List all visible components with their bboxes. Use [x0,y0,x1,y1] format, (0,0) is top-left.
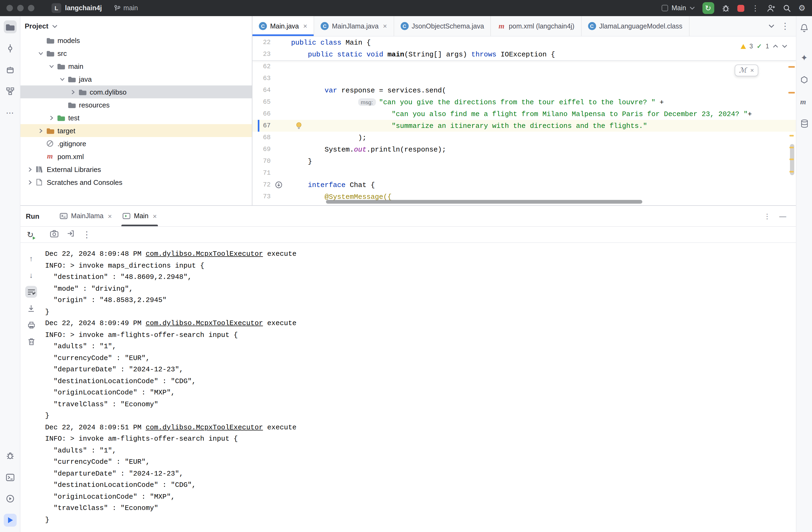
window-controls[interactable] [6,5,34,11]
project-panel-header[interactable]: Project [20,16,252,36]
tree-item-Scratches and Consoles[interactable]: Scratches and Consoles [20,176,252,188]
zoom-window-button[interactable] [28,5,34,11]
notifications-button[interactable] [798,22,811,34]
more-actions-button[interactable]: ⋮ [752,4,759,12]
tree-chevron[interactable] [26,167,34,172]
ai-assistant-toolwindow-button[interactable]: ✦ [798,51,811,64]
hide-toolwindow-icon[interactable]: — [779,212,786,220]
code-line-22[interactable]: 22public class Main { [252,37,796,48]
soft-wrap-toggle[interactable] [25,286,37,298]
up-stack-trace-button[interactable]: ↑ [25,253,37,264]
rerun-button[interactable]: ↻ [702,2,714,14]
intention-bulb-icon[interactable] [295,122,302,132]
tree-item-target[interactable]: target [20,124,252,137]
console-class-link[interactable]: com.dylibso.McpxToolExecutor [146,423,263,431]
tree-chevron[interactable] [37,128,45,133]
code-line-67[interactable]: 67"summarize an itinerary with the direc… [252,120,796,132]
terminal-toolwindow-button[interactable] [3,471,16,484]
git-branch-widget[interactable]: main [114,4,138,12]
services-toolwindow-button[interactable] [3,492,16,505]
clear-console-button[interactable] [25,336,37,348]
close-icon[interactable]: × [108,212,112,220]
editor-horizontal-scrollbar[interactable] [326,200,642,204]
thread-dump-button[interactable] [50,230,58,239]
next-problem-chevron-icon[interactable] [782,45,787,48]
debug-button[interactable] [722,4,729,12]
editor-tab-JlamaLanguageModel.class[interactable]: CJlamaLanguageModel.class [581,16,689,36]
run-configuration-selector[interactable]: Main [662,4,695,12]
console-class-link[interactable]: com.dylibso.McpxToolExecutor [146,319,263,327]
editor-tab-JsonObjectSchema.java[interactable]: CJsonObjectSchema.java [394,16,491,36]
close-window-button[interactable] [6,5,13,11]
stop-button[interactable] [737,4,744,12]
tree-item-test[interactable]: test [20,111,252,124]
tree-chevron[interactable] [69,89,77,94]
tree-chevron[interactable] [37,51,45,56]
project-toolwindow-button[interactable] [3,20,16,33]
inline-ai-widget[interactable]: ℳ × [735,65,758,76]
run-toolwindow-button[interactable] [3,514,16,527]
chevron-down-icon[interactable] [60,77,65,81]
rerun-console-button[interactable]: ↻ [27,230,33,239]
tree-item-src[interactable]: src [20,47,252,60]
chevron-down-icon[interactable] [49,64,54,68]
chevron-right-icon[interactable] [28,167,32,172]
scroll-to-end-button[interactable] [25,303,37,314]
run-tab-Main[interactable]: Main× [117,206,162,226]
prev-problem-chevron-icon[interactable] [773,45,778,48]
code-line-65[interactable]: 65msg:"can you give the directions from … [252,96,796,108]
tree-chevron[interactable] [47,64,56,69]
editor-tab-Main.java[interactable]: CMain.java× [252,16,314,36]
more-toolwindows-button[interactable]: ⋯ [3,107,16,119]
tree-item-main[interactable]: main [20,60,252,72]
code-line-71[interactable]: 71 [252,167,796,179]
code-line-63[interactable]: 63 [252,72,796,84]
code-line-23[interactable]: 23public static void main(String[] args)… [252,48,796,60]
database-toolwindow-button[interactable] [798,117,811,130]
run-options-kebab-icon[interactable]: ⋮ [764,212,771,220]
warning-stripe-mark[interactable] [789,171,794,172]
gradle-toolwindow-button[interactable] [798,73,811,86]
close-icon[interactable]: × [153,212,157,220]
warning-stripe-mark[interactable] [789,158,794,160]
tree-item-External Libraries[interactable]: External Libraries [20,163,252,176]
chevron-down-icon[interactable] [39,51,43,55]
console-more-kebab-icon[interactable]: ⋮ [83,229,91,240]
code-with-me-button[interactable] [767,4,775,12]
tree-item-resources[interactable]: resources [20,98,252,111]
warning-stripe-mark[interactable] [789,135,794,137]
tree-item-pom.xml[interactable]: mpom.xml [20,150,252,163]
console-output[interactable]: Dec 22, 2024 8:09:48 PM com.dylibso.Mcpx… [42,243,796,532]
close-icon[interactable]: × [750,67,754,74]
tree-item-java[interactable]: java [20,72,252,85]
settings-button[interactable]: ⚙ [798,3,806,13]
tree-item-.gitignore[interactable]: .gitignore [20,137,252,150]
tree-item-models[interactable]: models [20,34,252,47]
code-line-69[interactable]: 69System.out.println(response); [252,143,796,155]
minimize-window-button[interactable] [17,5,24,11]
hidden-tabs-chevron-icon[interactable] [768,24,774,28]
run-tab-MainJlama[interactable]: MainJlama× [55,206,117,226]
close-icon[interactable]: × [383,22,387,30]
chevron-right-icon[interactable] [71,89,75,94]
structure-toolwindow-button[interactable] [3,85,16,98]
project-name[interactable]: langchain4j [65,4,102,12]
tree-chevron[interactable] [47,115,56,120]
code-line-70[interactable]: 70} [252,155,796,167]
packages-toolwindow-button[interactable] [3,64,16,76]
code-line-68[interactable]: 68); [252,132,796,143]
chevron-right-icon[interactable] [49,115,54,120]
tab-options-kebab-icon[interactable]: ⋮ [781,21,789,31]
maven-toolwindow-button[interactable]: m [798,95,811,108]
commit-toolwindow-button[interactable] [3,42,16,55]
implementations-gutter-icon[interactable] [275,181,282,188]
close-icon[interactable]: × [303,22,307,30]
warning-stripe-mark[interactable] [788,92,795,94]
chevron-right-icon[interactable] [28,180,32,185]
inspections-widget[interactable]: 3 ✓ 1 [737,41,791,51]
code-line-62[interactable]: 62 [252,61,796,72]
down-stack-trace-button[interactable]: ↓ [25,269,37,281]
export-button[interactable] [66,229,74,240]
console-class-link[interactable]: com.dylibso.McpxToolExecutor [146,250,263,258]
editor-tab-MainJlama.java[interactable]: CMainJlama.java× [314,16,394,36]
